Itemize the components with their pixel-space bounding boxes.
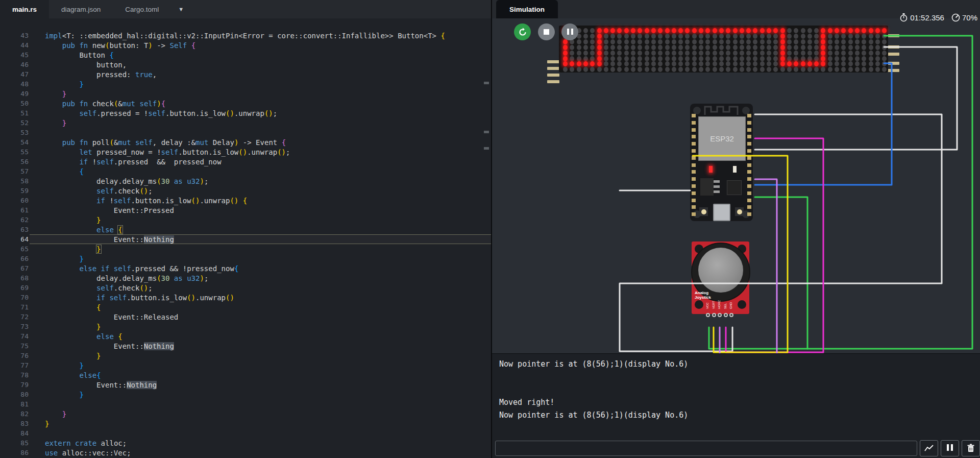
code-line-44[interactable]: 44pub fn new(button: T) -> Self { bbox=[0, 40, 492, 50]
boot-button[interactable] bbox=[735, 207, 744, 216]
code-line-53[interactable]: 53 bbox=[0, 128, 492, 137]
esp32-pin[interactable] bbox=[692, 135, 696, 138]
esp32-pin[interactable] bbox=[692, 163, 696, 167]
code-line-60[interactable]: 60if !self.button.is_low().unwrap() { bbox=[0, 196, 492, 205]
code-line-66[interactable]: 66} bbox=[0, 254, 492, 263]
tab-cargo-toml[interactable]: Cargo.toml bbox=[113, 0, 171, 18]
joystick-pin-sel[interactable] bbox=[724, 313, 728, 317]
code-line-67[interactable]: 67else if self.pressed && !pressed_now{ bbox=[0, 263, 492, 273]
esp32-pin[interactable] bbox=[692, 191, 696, 195]
code-line-49[interactable]: 49} bbox=[0, 89, 492, 99]
esp32-pin[interactable] bbox=[692, 149, 696, 153]
serial-monitor[interactable]: Now pointer is at (8(56);1)(display No.6… bbox=[492, 353, 980, 438]
code-line-47[interactable]: 47pressed: true, bbox=[0, 69, 492, 79]
led-matrix-display[interactable] bbox=[559, 26, 888, 73]
pause-output-button[interactable] bbox=[941, 440, 959, 456]
stop-simulation-button[interactable] bbox=[538, 23, 555, 40]
esp32-pin[interactable] bbox=[692, 177, 696, 181]
code-line-64[interactable]: 64Event::Nothing bbox=[0, 234, 492, 244]
code-line-71[interactable]: 71{ bbox=[0, 302, 492, 312]
code-editor[interactable]: 43impl<T: ::embedded_hal::digital::v2::I… bbox=[0, 18, 492, 458]
esp32-pin[interactable] bbox=[747, 149, 751, 153]
matrix-dot bbox=[624, 61, 629, 66]
en-button[interactable] bbox=[699, 207, 708, 216]
code-line-56[interactable]: 56if !self.pressed && pressed_now bbox=[0, 157, 492, 166]
code-line-63[interactable]: 63else { bbox=[0, 225, 492, 234]
code-line-79[interactable]: 79Event::Nothing bbox=[0, 380, 492, 390]
code-line-62[interactable]: 62} bbox=[0, 215, 492, 225]
code-line-48[interactable]: 48} bbox=[0, 79, 492, 89]
code-line-46[interactable]: 46button, bbox=[0, 60, 492, 69]
chevron-down-icon[interactable]: ▼ bbox=[171, 0, 191, 18]
plot-button[interactable] bbox=[920, 440, 938, 456]
clear-output-button[interactable] bbox=[962, 440, 980, 456]
esp32-pin[interactable] bbox=[747, 205, 751, 209]
serial-input[interactable] bbox=[495, 441, 917, 456]
code-line-86[interactable]: 86use alloc::vec::Vec; bbox=[0, 448, 492, 457]
esp32-pin[interactable] bbox=[692, 156, 696, 160]
esp32-pin[interactable] bbox=[692, 199, 696, 202]
joystick-pin-vcc[interactable] bbox=[706, 313, 710, 317]
esp32-pin[interactable] bbox=[747, 114, 751, 117]
pause-simulation-button[interactable] bbox=[561, 23, 578, 40]
esp32-pin[interactable] bbox=[747, 177, 751, 181]
esp32-pin[interactable] bbox=[747, 156, 751, 160]
esp32-pin[interactable] bbox=[692, 212, 696, 216]
esp32-pin[interactable] bbox=[692, 205, 696, 209]
code-line-55[interactable]: 55let pressed_now = !self.button.is_low(… bbox=[0, 147, 492, 157]
esp32-pin[interactable] bbox=[692, 114, 696, 117]
esp32-pin[interactable] bbox=[747, 142, 751, 146]
code-line-61[interactable]: 61Event::Pressed bbox=[0, 205, 492, 215]
code-line-59[interactable]: 59self.check(); bbox=[0, 186, 492, 196]
esp32-pin[interactable] bbox=[692, 142, 696, 146]
code-line-58[interactable]: 58delay.delay_ms(30 as u32); bbox=[0, 176, 492, 186]
esp32-pin[interactable] bbox=[747, 170, 751, 174]
code-line-80[interactable]: 80} bbox=[0, 390, 492, 399]
tab-main-rs[interactable]: main.rs bbox=[0, 0, 49, 18]
esp32-pin[interactable] bbox=[747, 128, 751, 132]
code-line-52[interactable]: 52} bbox=[0, 118, 492, 128]
code-line-78[interactable]: 78else{ bbox=[0, 370, 492, 380]
restart-simulation-button[interactable] bbox=[514, 23, 531, 40]
code-line-82[interactable]: 82} bbox=[0, 409, 492, 419]
code-line-75[interactable]: 75Event::Nothing bbox=[0, 341, 492, 351]
esp32-pin[interactable] bbox=[747, 199, 751, 202]
code-line-85[interactable]: 85extern crate alloc; bbox=[0, 438, 492, 448]
esp32-board[interactable]: ESP32 bbox=[690, 104, 753, 221]
code-line-77[interactable]: 77} bbox=[0, 360, 492, 370]
code-line-69[interactable]: 69self.check(); bbox=[0, 283, 492, 293]
analog-joystick[interactable]: AnalogJoystick VCCVERTHORZSELGND bbox=[692, 242, 749, 314]
code-line-81[interactable]: 81 bbox=[0, 399, 492, 409]
esp32-pin[interactable] bbox=[692, 121, 696, 125]
esp32-pin[interactable] bbox=[692, 184, 696, 188]
code-line-72[interactable]: 72Event::Released bbox=[0, 312, 492, 322]
joystick-knob[interactable] bbox=[698, 248, 743, 293]
code-line-43[interactable]: 43impl<T: ::embedded_hal::digital::v2::I… bbox=[0, 31, 492, 40]
joystick-pin-horz[interactable] bbox=[718, 313, 722, 317]
code-line-73[interactable]: 73} bbox=[0, 322, 492, 331]
esp32-pin[interactable] bbox=[747, 121, 751, 125]
code-line-57[interactable]: 57{ bbox=[0, 166, 492, 176]
code-line-83[interactable]: 83} bbox=[0, 419, 492, 428]
esp32-pin[interactable] bbox=[692, 170, 696, 174]
joystick-pin-gnd[interactable] bbox=[729, 313, 733, 317]
code-line-76[interactable]: 76} bbox=[0, 351, 492, 360]
code-line-51[interactable]: 51self.pressed = !self.button.is_low().u… bbox=[0, 108, 492, 118]
esp32-pin[interactable] bbox=[747, 135, 751, 138]
esp32-pin[interactable] bbox=[747, 163, 751, 167]
esp32-pin[interactable] bbox=[692, 128, 696, 132]
code-line-74[interactable]: 74else { bbox=[0, 331, 492, 341]
code-line-50[interactable]: 50pub fn check(&mut self){ bbox=[0, 99, 492, 108]
code-line-84[interactable]: 84 bbox=[0, 428, 492, 438]
code-line-54[interactable]: 54pub fn poll(&mut self, delay :&mut Del… bbox=[0, 137, 492, 147]
esp32-pin[interactable] bbox=[747, 184, 751, 188]
esp32-pin[interactable] bbox=[747, 191, 751, 195]
tab-simulation[interactable]: Simulation bbox=[496, 0, 558, 18]
tab-diagram-json[interactable]: diagram.json bbox=[49, 0, 113, 18]
code-line-68[interactable]: 68delay.delay_ms(30 as u32); bbox=[0, 273, 492, 283]
code-line-70[interactable]: 70if self.button.is_low().unwrap() bbox=[0, 293, 492, 302]
code-line-45[interactable]: 45Button { bbox=[0, 50, 492, 60]
joystick-pin-vert[interactable] bbox=[712, 313, 716, 317]
code-line-65[interactable]: 65} bbox=[0, 244, 492, 254]
esp32-pin[interactable] bbox=[747, 212, 751, 216]
